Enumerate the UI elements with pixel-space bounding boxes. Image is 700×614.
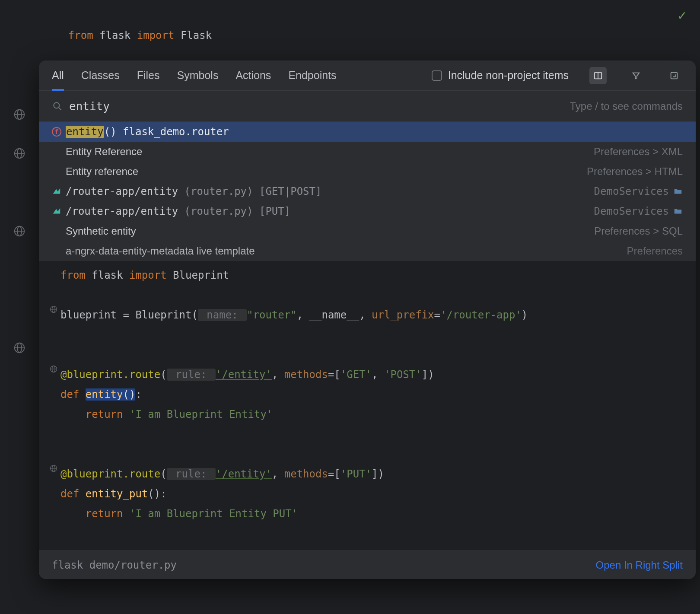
result-item[interactable]: f entity() flask_demo.router	[39, 122, 696, 142]
filter-button[interactable]	[627, 67, 645, 84]
svg-rect-14	[671, 72, 678, 79]
inspection-ok-icon: ✓	[677, 9, 687, 23]
folder-icon	[673, 207, 683, 216]
search-icon	[52, 101, 63, 112]
route-icon	[52, 207, 61, 216]
left-gutter	[0, 0, 39, 614]
svg-point-15	[54, 102, 59, 108]
search-everywhere-popup: All Classes Files Symbols Actions Endpoi…	[39, 60, 696, 579]
result-item[interactable]: a-ngrx-data-entity-metadata live templat…	[39, 241, 696, 261]
result-item[interactable]: /router-app/entity (router.py) [PUT] Dem…	[39, 201, 696, 221]
result-item[interactable]: Entity Reference Preferences > XML	[39, 142, 696, 162]
route-icon	[52, 187, 61, 196]
search-hint: Type / to see commands	[570, 100, 683, 112]
open-in-tool-window-button[interactable]	[665, 67, 683, 84]
open-right-split-link[interactable]: Open In Right Split	[596, 559, 683, 571]
tab-symbols[interactable]: Symbols	[177, 60, 219, 91]
function-icon: f	[52, 127, 61, 137]
footer-path: flask_demo/router.py	[52, 559, 596, 571]
search-input[interactable]	[69, 100, 570, 113]
search-row: Type / to see commands	[39, 91, 696, 122]
include-nonproject-checkbox[interactable]: Include non-project items	[432, 69, 569, 82]
preview-pane: from flask import Blueprint blueprint = …	[39, 261, 696, 550]
result-item[interactable]: Entity reference Preferences > HTML	[39, 162, 696, 181]
keyword-from: from	[68, 29, 93, 41]
tab-all[interactable]: All	[52, 60, 64, 91]
result-item[interactable]: Synthetic entity Preferences > SQL	[39, 221, 696, 241]
svg-line-16	[59, 108, 61, 110]
tab-files[interactable]: Files	[137, 60, 160, 91]
result-item[interactable]: /router-app/entity (router.py) [GET|POST…	[39, 181, 696, 201]
popup-footer: flask_demo/router.py Open In Right Split	[39, 550, 696, 579]
keyword-import: import	[137, 29, 175, 41]
tab-bar: All Classes Files Symbols Actions Endpoi…	[39, 60, 696, 91]
results-list: f entity() flask_demo.router Entity Refe…	[39, 122, 696, 261]
tab-classes[interactable]: Classes	[81, 60, 120, 91]
tab-endpoints[interactable]: Endpoints	[288, 60, 336, 91]
preview-toggle-button[interactable]	[589, 67, 607, 84]
tab-actions[interactable]: Actions	[235, 60, 271, 91]
folder-icon	[673, 187, 683, 196]
checkbox-icon	[432, 70, 442, 81]
